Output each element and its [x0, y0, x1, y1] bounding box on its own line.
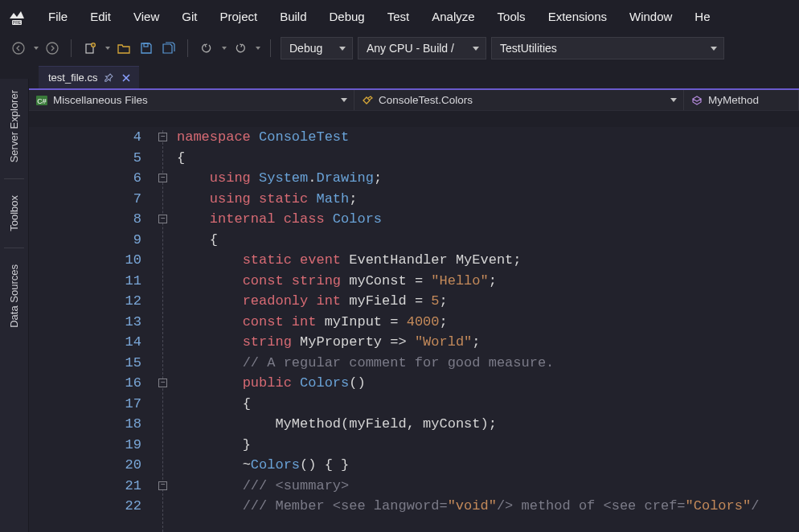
- code-line[interactable]: using System.Drawing;: [177, 168, 799, 189]
- chevron-down-icon: [711, 47, 717, 51]
- configuration-label: Debug: [289, 42, 322, 55]
- document-tab[interactable]: test_file.cs: [39, 66, 139, 88]
- menu-project[interactable]: Project: [208, 6, 268, 27]
- code-line[interactable]: const int myInput = 4000;: [177, 312, 799, 333]
- nav-back-button[interactable]: [10, 38, 27, 59]
- code-line[interactable]: using static Math;: [177, 189, 799, 210]
- code-line[interactable]: public Colors(): [177, 373, 799, 394]
- code-line[interactable]: ~Colors() { }: [177, 455, 799, 476]
- line-number: 8: [29, 209, 145, 230]
- line-number: 6: [29, 168, 145, 189]
- redo-dropdown[interactable]: [256, 47, 260, 50]
- chevron-down-icon: [341, 98, 347, 102]
- code-line[interactable]: internal class Colors: [177, 209, 799, 230]
- svg-point-3: [47, 43, 58, 54]
- menu-test[interactable]: Test: [376, 6, 421, 27]
- document-tab-strip: test_file.cs: [29, 64, 799, 88]
- code-line[interactable]: const string myConst = "Hello";: [177, 271, 799, 292]
- svg-rect-6: [144, 43, 148, 47]
- code-line[interactable]: readonly int myField = 5;: [177, 291, 799, 312]
- line-number: 16: [29, 373, 145, 394]
- side-tab-data-sources[interactable]: Data Sources: [6, 258, 22, 334]
- fold-toggle[interactable]: −: [158, 215, 167, 223]
- redo-button[interactable]: [232, 38, 249, 59]
- fold-toggle[interactable]: −: [158, 481, 167, 490]
- menu-file[interactable]: File: [37, 6, 79, 27]
- menu-tools[interactable]: Tools: [486, 6, 537, 27]
- code-line[interactable]: /// <summary>: [177, 476, 799, 497]
- scope-combo[interactable]: C# Miscellaneous Files: [29, 90, 354, 110]
- method-icon: [690, 94, 703, 107]
- menu-bar: PRE FileEditViewGitProjectBuildDebugTest…: [0, 0, 799, 32]
- line-number: 10: [29, 250, 145, 271]
- menu-edit[interactable]: Edit: [79, 6, 122, 27]
- menu-window[interactable]: Window: [618, 6, 683, 27]
- configuration-combo[interactable]: Debug: [281, 37, 353, 59]
- side-tab-server-explorer[interactable]: Server Explorer: [6, 84, 22, 169]
- code-line[interactable]: // A regular comment for good measure.: [177, 353, 799, 374]
- platform-combo[interactable]: Any CPU - Build /: [358, 37, 486, 59]
- code-line[interactable]: {: [177, 230, 799, 251]
- code-content[interactable]: namespace ConsoleTest{ using System.Draw…: [177, 127, 799, 532]
- code-line[interactable]: MyMethod(myField, myConst);: [177, 414, 799, 435]
- line-number: 11: [29, 271, 145, 292]
- menu-analyze[interactable]: Analyze: [420, 6, 486, 27]
- navigation-bar: C# Miscellaneous Files ConsoleTest.Color…: [29, 88, 799, 111]
- line-number: 21: [29, 476, 145, 497]
- platform-label: Any CPU - Build /: [367, 42, 454, 55]
- line-number: 9: [29, 230, 145, 251]
- scope-label: Miscellaneous Files: [53, 94, 148, 106]
- csharp-file-icon: C#: [35, 94, 48, 107]
- class-combo[interactable]: ConsoleTest.Colors: [354, 90, 684, 110]
- member-combo[interactable]: MyMethod: [684, 90, 799, 110]
- code-line[interactable]: string MyProperty => "World";: [177, 332, 799, 353]
- nav-back-dropdown[interactable]: [34, 47, 39, 50]
- code-line[interactable]: /// Member <see langword="void"/> method…: [177, 496, 799, 517]
- undo-button[interactable]: [198, 38, 215, 59]
- class-label: ConsoleTest.Colors: [379, 94, 473, 106]
- chevron-down-icon: [339, 47, 346, 51]
- undo-dropdown[interactable]: [222, 47, 227, 50]
- member-label: MyMethod: [708, 94, 759, 106]
- main-toolbar: Debug Any CPU - Build / TestUtilities: [0, 32, 799, 64]
- side-rail: Server Explorer Toolbox Data Sources: [0, 79, 29, 532]
- open-file-button[interactable]: [115, 38, 133, 59]
- line-number: 14: [29, 332, 145, 353]
- startup-project-combo[interactable]: TestUtilities: [491, 37, 724, 59]
- side-tab-divider: [4, 248, 24, 248]
- code-line[interactable]: }: [177, 435, 799, 456]
- line-number: 19: [29, 435, 145, 456]
- new-item-button[interactable]: [81, 38, 99, 59]
- menu-he[interactable]: He: [683, 6, 721, 27]
- class-icon: [361, 94, 374, 107]
- menu-debug[interactable]: Debug: [318, 6, 376, 27]
- code-line[interactable]: namespace ConsoleTest: [177, 127, 799, 148]
- code-line[interactable]: {: [177, 394, 799, 415]
- code-editor[interactable]: 45678910111213141516171819202122 −−−−− n…: [29, 127, 799, 532]
- close-tab-button[interactable]: [120, 72, 133, 84]
- line-number: 22: [29, 496, 145, 517]
- code-line[interactable]: {: [177, 148, 799, 169]
- line-number: 5: [29, 148, 145, 169]
- document-tab-filename: test_file.cs: [48, 72, 97, 84]
- chevron-down-icon: [670, 98, 677, 102]
- svg-text:PRE: PRE: [13, 20, 22, 25]
- chevron-down-icon: [473, 47, 479, 51]
- menu-extensions[interactable]: Extensions: [537, 6, 618, 27]
- pin-icon[interactable]: [104, 73, 113, 83]
- fold-toggle[interactable]: −: [158, 174, 167, 182]
- menu-build[interactable]: Build: [268, 6, 318, 27]
- save-all-button[interactable]: [160, 38, 178, 59]
- nav-forward-button[interactable]: [43, 38, 61, 59]
- fold-toggle[interactable]: −: [158, 133, 167, 141]
- menu-git[interactable]: Git: [170, 6, 208, 27]
- line-number: 20: [29, 455, 145, 476]
- save-button[interactable]: [137, 38, 155, 59]
- side-tab-toolbox[interactable]: Toolbox: [6, 189, 22, 238]
- app-logo: PRE: [5, 4, 29, 28]
- code-line[interactable]: static event EventHandler MyEvent;: [177, 250, 799, 271]
- new-item-dropdown[interactable]: [105, 47, 110, 50]
- fold-toggle[interactable]: −: [158, 379, 167, 387]
- line-number: 7: [29, 189, 145, 210]
- menu-view[interactable]: View: [122, 6, 170, 27]
